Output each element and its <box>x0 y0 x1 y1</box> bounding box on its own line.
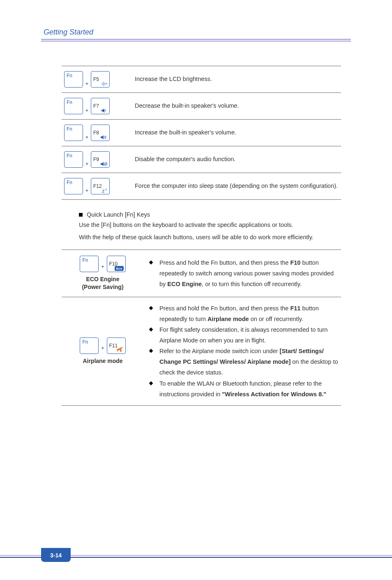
key-combo: Fn + F9 <box>64 151 135 168</box>
page-header-title: Getting Started <box>41 28 351 39</box>
list-item: Press and hold the Fn button, and then p… <box>150 257 341 289</box>
mute-icon <box>100 162 108 166</box>
quick-launch-heading: Quick Launch [Fn] Keys <box>87 211 150 218</box>
keycap-f9: F9 <box>91 151 110 168</box>
keycap-fn: Fn <box>64 71 83 88</box>
list-item: For flight safety consideration, it is a… <box>150 324 341 346</box>
key-combo: Fn + F5 <box>64 71 135 88</box>
page-number-badge: 3-14 <box>41 548 71 562</box>
fn-key-table: Fn + F5 Increase the LCD brightness. Fn … <box>62 66 341 200</box>
svg-line-8 <box>105 82 105 83</box>
keycap-f12: F12zz <box>91 178 110 194</box>
keycap-f5: F5 <box>91 71 110 88</box>
fn-desc: Disable the computer's audio function. <box>135 146 341 173</box>
sleep-icon: zz <box>101 187 108 193</box>
fn-desc: Increase the built-in speaker's volume. <box>135 120 341 146</box>
plus-icon: + <box>85 108 88 113</box>
list-item: Press and hold the Fn button, and then p… <box>150 303 341 324</box>
table-row: Fn + F10Eco ECO Engine(Power Saving) Pre… <box>62 250 341 297</box>
svg-line-6 <box>105 85 105 85</box>
list-item: Refer to the Airplane mode switch icon u… <box>150 346 341 378</box>
svg-text:Eco: Eco <box>116 267 122 270</box>
keycap-fn: Fn <box>80 337 99 354</box>
svg-text:z: z <box>105 187 107 191</box>
svg-text:z: z <box>102 188 105 193</box>
ql-caption: ECO Engine(Power Saving) <box>62 275 144 291</box>
ql-caption: Airplane mode <box>62 357 144 365</box>
brightness-up-icon <box>101 81 108 86</box>
table-row: Fn + F5 Increase the LCD brightness. <box>62 66 341 93</box>
keycap-f10: F10Eco <box>107 256 126 272</box>
plus-icon: + <box>101 263 104 272</box>
plus-icon: + <box>101 344 104 353</box>
header-rule-accent <box>41 40 351 42</box>
keycap-fn: Fn <box>64 151 83 168</box>
volume-down-icon <box>101 108 108 113</box>
fn-desc: Decrease the built-in speaker's volume. <box>135 93 341 120</box>
keycap-fn: Fn <box>80 256 99 272</box>
quick-launch-table: Fn + F10Eco ECO Engine(Power Saving) Pre… <box>62 250 341 406</box>
list-item: To enable the WLAN or Bluetooth function… <box>150 378 341 400</box>
quick-launch-intro-1: Use the [Fn] buttons on the keyboard to … <box>79 220 351 231</box>
plus-icon: + <box>85 134 88 140</box>
plus-icon: + <box>85 188 88 194</box>
svg-line-5 <box>102 82 102 83</box>
table-row: Fn + F9 Disable the computer's audio fun… <box>62 146 341 173</box>
keycap-fn: Fn <box>64 98 83 114</box>
table-row: Fn + F8 Increase the built-in speaker's … <box>62 120 341 146</box>
airplane-icon <box>115 346 124 353</box>
bullet-list: Press and hold the Fn button, and then p… <box>144 303 341 400</box>
svg-line-7 <box>102 85 102 85</box>
keycap-f8: F8 <box>91 125 110 141</box>
quick-launch-intro-2: With the help of these quick launch butt… <box>79 232 351 243</box>
keycap-f7: F7 <box>91 98 110 114</box>
svg-line-10 <box>105 163 107 165</box>
header-rule <box>41 39 351 39</box>
eco-icon: Eco <box>115 266 124 271</box>
keycap-fn: Fn <box>64 178 83 194</box>
table-row: Fn + F7 Decrease the built-in speaker's … <box>62 93 341 120</box>
key-combo: Fn + F12zz <box>64 178 135 194</box>
svg-point-0 <box>103 83 104 85</box>
volume-up-icon <box>100 135 108 140</box>
fn-desc: Force the computer into sleep state (dep… <box>135 173 341 200</box>
plus-icon: + <box>85 161 88 167</box>
ql-desc: Press and hold the Fn button, and then p… <box>144 250 341 297</box>
key-combo: Fn + F10Eco <box>62 256 144 272</box>
table-row: Fn + F11 Airplane mode Press and hold th… <box>62 297 341 405</box>
key-combo: Fn + F7 <box>64 98 135 114</box>
ql-desc: Press and hold the Fn button, and then p… <box>144 297 341 405</box>
table-row: Fn + F12zz Force the computer into sleep… <box>62 173 341 200</box>
plus-icon: + <box>85 81 88 87</box>
fn-desc: Increase the LCD brightness. <box>135 66 341 93</box>
keycap-fn: Fn <box>64 125 83 141</box>
key-combo: Fn + F8 <box>64 125 135 141</box>
keycap-f11: F11 <box>107 337 126 354</box>
bullet-list: Press and hold the Fn button, and then p… <box>144 257 341 289</box>
square-bullet-icon <box>79 213 83 217</box>
key-combo: Fn + F11 <box>62 337 144 354</box>
